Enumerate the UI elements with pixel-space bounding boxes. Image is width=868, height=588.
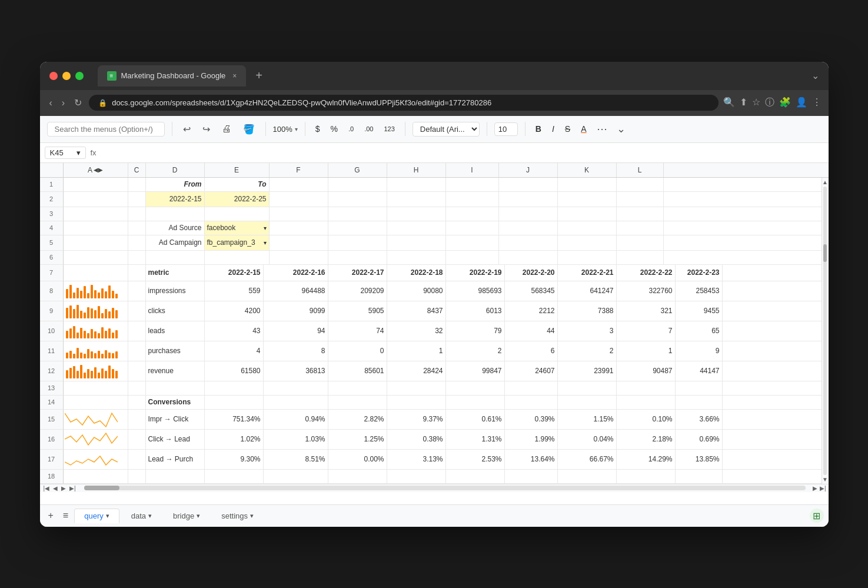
explore-button[interactable]: ⊞: [810, 509, 824, 523]
cell-f4[interactable]: [270, 221, 328, 235]
cell-l11[interactable]: 9: [676, 341, 723, 361]
cell-k2[interactable]: [558, 192, 617, 207]
cell-e9[interactable]: 9099: [264, 301, 328, 321]
window-maximize-icon[interactable]: ⌄: [812, 70, 819, 81]
cell-b17[interactable]: [128, 450, 146, 469]
cell-l8[interactable]: 258453: [676, 281, 723, 301]
cell-e13[interactable]: [264, 381, 328, 395]
italic-button[interactable]: I: [549, 122, 557, 135]
cell-k4[interactable]: [558, 221, 617, 235]
cell-b10[interactable]: [128, 321, 146, 341]
cell-i4[interactable]: [446, 221, 499, 235]
cell-h16[interactable]: 1.31%: [446, 430, 505, 449]
cell-d3[interactable]: [146, 207, 205, 221]
cell-b11[interactable]: [128, 341, 146, 361]
cell-l17[interactable]: 13.85%: [676, 450, 723, 469]
col-header-e[interactable]: E: [205, 163, 270, 177]
cell-h2[interactable]: [387, 192, 446, 207]
cell-f14[interactable]: [328, 396, 387, 409]
cell-c6[interactable]: [128, 251, 146, 264]
cell-f17[interactable]: 0.00%: [328, 450, 387, 469]
cell-l2[interactable]: [617, 192, 664, 207]
percent-button[interactable]: %: [328, 122, 341, 135]
cell-e2[interactable]: 2022-2-25: [205, 192, 270, 207]
cell-d17[interactable]: 9.30%: [205, 450, 264, 469]
cell-e11[interactable]: 8: [264, 341, 328, 361]
scroll-up-button[interactable]: ▲: [822, 179, 828, 185]
cell-b15[interactable]: [128, 410, 146, 429]
col-header-k[interactable]: K: [558, 163, 617, 177]
cell-j7[interactable]: 2022-2-21: [558, 265, 617, 281]
share-icon[interactable]: ⬆: [740, 97, 747, 109]
cell-i14[interactable]: [505, 396, 558, 409]
cell-j9[interactable]: 7388: [558, 301, 617, 321]
cell-j16[interactable]: 0.04%: [558, 430, 617, 449]
cell-e6[interactable]: [205, 251, 270, 264]
cell-a14[interactable]: [64, 396, 128, 409]
cell-j5[interactable]: [499, 235, 558, 250]
cell-c11[interactable]: purchases: [146, 341, 205, 361]
vertical-scrollbar[interactable]: ▲ ▼: [822, 178, 829, 484]
cell-k18[interactable]: [617, 470, 676, 483]
cell-i1[interactable]: [446, 178, 499, 191]
cell-i8[interactable]: 568345: [505, 281, 558, 301]
cell-e14[interactable]: [264, 396, 328, 409]
cell-a3[interactable]: [64, 207, 128, 221]
cell-h13[interactable]: [446, 381, 505, 395]
cell-k13[interactable]: [617, 381, 676, 395]
col-nav-left[interactable]: ◀: [94, 167, 98, 173]
cell-i5[interactable]: [446, 235, 499, 250]
cell-b13[interactable]: [128, 381, 146, 395]
cell-d18[interactable]: [205, 470, 264, 483]
cell-b14[interactable]: [128, 396, 146, 409]
menu-icon[interactable]: ⋮: [812, 97, 822, 109]
cell-j8[interactable]: 641247: [558, 281, 617, 301]
cell-f2[interactable]: [270, 192, 328, 207]
cell-g14[interactable]: [387, 396, 446, 409]
font-size-input[interactable]: [494, 122, 518, 136]
new-tab-button[interactable]: +: [251, 69, 267, 82]
redo-button[interactable]: ↪: [199, 121, 214, 137]
cell-j12[interactable]: 23991: [558, 361, 617, 381]
cell-g15[interactable]: 9.37%: [387, 410, 446, 429]
cell-l9[interactable]: 9455: [676, 301, 723, 321]
cell-c10[interactable]: leads: [146, 321, 205, 341]
scroll-right-end[interactable]: ▶|: [68, 485, 77, 491]
col-header-h[interactable]: H: [387, 163, 446, 177]
extensions-icon[interactable]: 🧩: [779, 97, 791, 109]
cell-h1[interactable]: [387, 178, 446, 191]
cell-j11[interactable]: 2: [558, 341, 617, 361]
font-selector[interactable]: Default (Ari...: [413, 122, 480, 137]
cell-f12[interactable]: 85601: [328, 361, 387, 381]
cell-h9[interactable]: 6013: [446, 301, 505, 321]
col-header-f[interactable]: F: [270, 163, 328, 177]
dropdown-arrow-e5[interactable]: ▾: [264, 240, 267, 246]
bookmark-icon[interactable]: ☆: [752, 97, 760, 109]
cell-i18[interactable]: [505, 470, 558, 483]
cell-e5[interactable]: fb_campaign_3 ▾: [205, 235, 270, 250]
sheet-tab-query[interactable]: query ▾: [74, 509, 119, 523]
cell-g9[interactable]: 8437: [387, 301, 446, 321]
cell-g3[interactable]: [328, 207, 387, 221]
forward-button[interactable]: ›: [59, 95, 67, 111]
toolbar-collapse-button[interactable]: ⌄: [614, 122, 628, 135]
cell-c14[interactable]: Conversions: [146, 396, 205, 409]
col-header-g[interactable]: G: [328, 163, 387, 177]
cell-g13[interactable]: [387, 381, 446, 395]
cell-d12[interactable]: 61580: [205, 361, 264, 381]
cell-d4[interactable]: Ad Source: [146, 221, 205, 235]
cell-f9[interactable]: 5905: [328, 301, 387, 321]
cell-d8[interactable]: 559: [205, 281, 264, 301]
cell-k14[interactable]: [617, 396, 676, 409]
cell-i6[interactable]: [446, 251, 499, 264]
sheet-tab-data[interactable]: data ▾: [122, 509, 161, 523]
horizontal-scrollbar-track[interactable]: [84, 486, 806, 490]
bold-button[interactable]: B: [533, 122, 544, 135]
cell-j13[interactable]: [558, 381, 617, 395]
col-nav-right[interactable]: ▶: [98, 167, 103, 173]
cell-k8[interactable]: 322760: [617, 281, 676, 301]
cell-l7[interactable]: 2022-2-23: [676, 265, 723, 281]
cell-e1[interactable]: To: [205, 178, 270, 191]
sheet-tab-settings[interactable]: settings ▾: [212, 509, 263, 523]
cell-f13[interactable]: [328, 381, 387, 395]
